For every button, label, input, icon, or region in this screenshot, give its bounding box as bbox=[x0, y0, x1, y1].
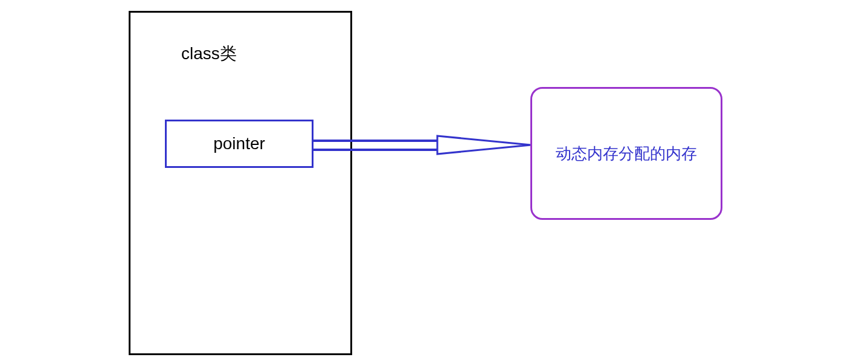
pointer-box: pointer bbox=[165, 120, 313, 168]
memory-box: 动态内存分配的内存 bbox=[530, 87, 722, 220]
class-title-label: class类 bbox=[181, 42, 237, 65]
arrow-icon bbox=[313, 132, 537, 168]
class-container-box bbox=[129, 11, 352, 355]
memory-label: 动态内存分配的内存 bbox=[556, 143, 697, 164]
pointer-label: pointer bbox=[213, 134, 265, 153]
svg-marker-2 bbox=[437, 136, 531, 154]
